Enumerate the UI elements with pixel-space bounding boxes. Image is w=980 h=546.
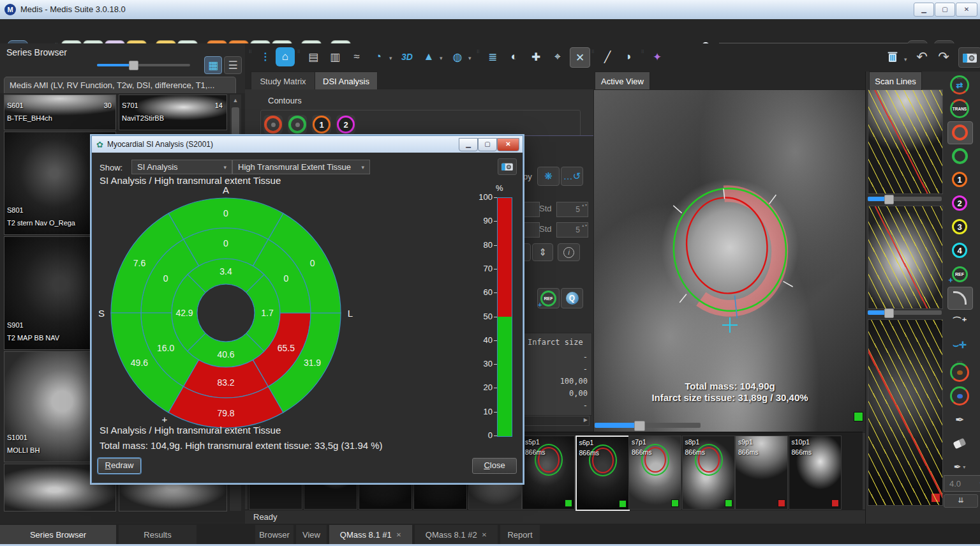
roi1-icon[interactable]: 1: [312, 115, 331, 134]
snapshot-button[interactable]: [958, 47, 980, 68]
ref-contour-button[interactable]: REF+: [946, 263, 973, 285]
undo-button[interactable]: ↶: [912, 47, 932, 66]
scan-slider-2[interactable]: [868, 310, 942, 315]
brush-size-dropdown[interactable]: 4.0▾: [944, 475, 980, 492]
threshold-spinner-fragment[interactable]: [522, 202, 540, 217]
q-analysis-button[interactable]: Q: [561, 288, 583, 308]
close-button[interactable]: ✕: [956, 3, 977, 17]
tab-dsi-analysis[interactable]: DSI Analysis: [315, 72, 378, 90]
tab-browser[interactable]: Browser: [255, 525, 293, 544]
splash-tool-button[interactable]: ❋: [537, 167, 560, 186]
toolbar-overflow-icon[interactable]: ⋮: [260, 50, 271, 63]
endo-contour-icon[interactable]: [264, 115, 283, 134]
tab-series-browser[interactable]: Series Browser: [0, 525, 116, 544]
reset-view-button[interactable]: ⌂: [276, 47, 295, 66]
3d-button[interactable]: 3D: [397, 47, 417, 66]
film-thumbnail[interactable]: s5p1866ms: [522, 436, 575, 510]
results-hscrollbar[interactable]: ▶: [522, 416, 590, 426]
tab-close-icon[interactable]: ✕: [396, 531, 401, 538]
undo-contour-button[interactable]: …↺: [561, 167, 583, 186]
tab-qmass-8-1-1[interactable]: QMass 8.1 #1✕: [329, 525, 412, 544]
globe-button-dropdown[interactable]: ▾: [468, 55, 471, 61]
epi-contour-button[interactable]: [946, 145, 973, 167]
film-thumbnail[interactable]: s8p1866ms: [682, 436, 735, 510]
roi3-button[interactable]: 3: [946, 216, 973, 238]
spinner-arrows-icon[interactable]: ▴ ▾: [582, 202, 587, 208]
roi2-icon[interactable]: 2: [336, 115, 355, 134]
redo-button[interactable]: ↷: [934, 47, 953, 66]
pan-button[interactable]: ✚: [526, 47, 546, 66]
swap-contours-button[interactable]: ⇄: [946, 74, 973, 96]
spline-tool-button[interactable]: ✕: [570, 47, 590, 68]
repair-button[interactable]: ✦: [648, 47, 667, 66]
scan-lines-thumbnail-1[interactable]: [868, 89, 943, 194]
roi1-button[interactable]: 1: [946, 169, 973, 190]
tab-report[interactable]: Report: [500, 525, 540, 544]
dialog-snapshot-button[interactable]: [498, 158, 517, 175]
q-flow-button[interactable]: ◔: [369, 47, 388, 66]
phase-slider-handle[interactable]: [634, 421, 645, 431]
phase-slider[interactable]: [595, 423, 701, 428]
overlay-scar-button[interactable]: [946, 361, 973, 383]
grid-view-button[interactable]: ▦: [204, 56, 222, 74]
study-group-tab[interactable]: Medis AMI (LV, RV Function, T2w, DSI, di…: [4, 77, 236, 93]
series-thumbnail[interactable]: S60130B-TFE_BH4ch: [4, 95, 116, 130]
brush-button[interactable]: ✒: [946, 409, 973, 430]
scan-lines-thumbnail-3[interactable]: [868, 319, 943, 506]
ruler-button[interactable]: ╱: [598, 47, 617, 66]
spline-add-button[interactable]: ⌒⁺: [946, 310, 973, 332]
trans-contours-button[interactable]: TRANS: [946, 98, 973, 119]
roi4-button[interactable]: 4: [946, 239, 973, 261]
film-button[interactable]: ▥: [325, 47, 345, 66]
film-thumbnail[interactable]: s7p1866ms: [628, 436, 681, 510]
film-thumbnail[interactable]: s10p1866ms: [789, 436, 842, 510]
stencil-button[interactable]: ◗: [620, 47, 639, 66]
dialog-title-bar[interactable]: ✿ Myocardial SI Analysis (S2001): [92, 136, 523, 153]
collapse-panel-button[interactable]: ⇊: [944, 494, 978, 508]
close-dialog-button[interactable]: Close: [472, 458, 517, 474]
zoom-tool-button[interactable]: ⌖: [548, 47, 567, 66]
redraw-button[interactable]: Redraw: [98, 458, 141, 474]
delete-dropdown-arrow[interactable]: ▾: [904, 56, 907, 63]
thumbnail-size-slider-handle[interactable]: [129, 61, 138, 70]
tab-study-matrix[interactable]: Study Matrix: [251, 72, 315, 90]
report-matrix-button[interactable]: ▤: [304, 47, 323, 66]
ref-insert-button[interactable]: REF+: [537, 288, 560, 308]
q-flow-button-dropdown[interactable]: ▾: [389, 55, 392, 61]
tab-close-icon[interactable]: ✕: [482, 531, 487, 538]
scan-lines-thumbnail-2[interactable]: [868, 206, 943, 309]
globe-button[interactable]: ◍: [448, 47, 467, 66]
roi2-button[interactable]: 2: [946, 192, 973, 214]
std-spinner[interactable]: 5▴ ▾: [556, 222, 588, 238]
tab-view[interactable]: View: [296, 525, 327, 544]
scroll-up-icon[interactable]: ▲: [230, 95, 241, 103]
window-level-button[interactable]: ◐: [505, 47, 524, 66]
brush-options-button[interactable]: ✒▾: [946, 456, 973, 478]
info-button[interactable]: i: [558, 243, 580, 261]
std-spinner[interactable]: 5▴ ▾: [556, 202, 588, 217]
list-view-button[interactable]: ☰: [224, 56, 242, 74]
dialog-close-button[interactable]: ✕: [497, 138, 519, 151]
tab-active-view[interactable]: Active View: [595, 72, 650, 90]
tab-scan-lines[interactable]: Scan Lines: [869, 72, 922, 90]
delete-button[interactable]: [883, 47, 902, 66]
tab-results[interactable]: Results: [119, 525, 197, 544]
cone-button[interactable]: ▲: [419, 47, 438, 66]
endo-contour-button[interactable]: [946, 121, 973, 143]
epi-contour-icon[interactable]: [288, 115, 307, 134]
scan-slider-1[interactable]: [868, 197, 942, 201]
thumbnail-size-slider[interactable]: [97, 64, 190, 66]
cone-button-dropdown[interactable]: ▾: [440, 55, 443, 61]
film-thumbnail[interactable]: s6p1866ms: [575, 436, 630, 511]
cut-button-fragment[interactable]: [522, 243, 531, 261]
overlay-mvo-button[interactable]: [946, 385, 973, 407]
maximize-button[interactable]: ▢: [935, 3, 955, 17]
expand-range-button[interactable]: ⇕: [532, 243, 553, 261]
active-view-image[interactable]: Total mass: 104,90g Infarct size tissue:…: [593, 89, 866, 433]
dialog-maximize-button[interactable]: ▢: [478, 138, 497, 151]
signal-curve-button[interactable]: ≈: [347, 47, 366, 66]
tab-qmass-8-1-2[interactable]: QMass 8.1 #2✕: [415, 525, 498, 544]
spinner-arrows-icon[interactable]: ▴ ▾: [582, 223, 587, 229]
copy-button-fragment[interactable]: py: [523, 172, 532, 181]
arc-tool-button[interactable]: [946, 287, 973, 308]
